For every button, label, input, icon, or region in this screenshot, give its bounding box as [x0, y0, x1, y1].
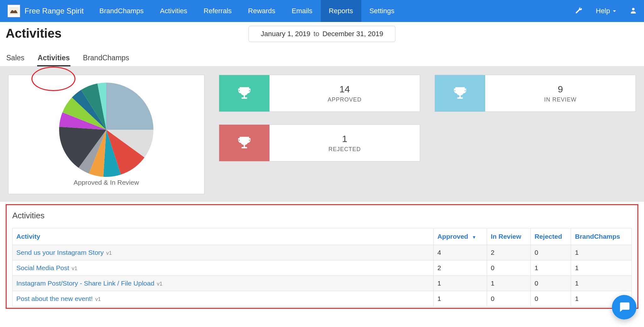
cell: 0	[530, 291, 571, 307]
activities-panel: Activities ActivityApproved ▼In ReviewRe…	[6, 204, 638, 309]
nav-item-emails[interactable]: Emails	[284, 0, 321, 22]
user-icon	[630, 7, 637, 16]
activity-version: v1	[95, 296, 101, 302]
tab-activities[interactable]: Activities	[37, 52, 70, 66]
svg-point-1	[632, 8, 635, 10]
table-row: Send us your Instagram Storyv14201	[13, 245, 632, 260]
tools-button[interactable]	[568, 0, 590, 22]
svg-rect-0	[9, 7, 19, 15]
col-in-review[interactable]: In Review	[487, 228, 530, 245]
brand-name: Free Range Spirit	[25, 7, 84, 15]
cell: 0	[487, 291, 530, 307]
tab-brandchamps[interactable]: BrandChamps	[82, 52, 130, 66]
activity-link[interactable]: Send us your Instagram Story	[16, 249, 104, 256]
tab-sales[interactable]: Sales	[6, 52, 25, 66]
date-to-word: to	[314, 30, 319, 38]
stat-card-in-review[interactable]: 9 IN REVIEW	[435, 75, 636, 112]
activity-version: v1	[157, 281, 163, 287]
table-row: Instagram Post/Story - Share Link / File…	[13, 276, 632, 291]
sub-tabs: SalesActivitiesBrandChamps	[6, 52, 638, 66]
cell: 0	[530, 245, 571, 260]
activity-link[interactable]: Post about the new event!	[16, 295, 93, 302]
cell: 1	[571, 276, 632, 291]
nav-item-reports[interactable]: Reports	[321, 0, 361, 22]
help-menu[interactable]: Help	[590, 0, 623, 22]
col-approved[interactable]: Approved ▼	[433, 228, 487, 245]
help-label: Help	[596, 7, 610, 15]
activities-title: Activities	[12, 211, 632, 221]
stat-label: IN REVIEW	[544, 96, 576, 103]
activity-link[interactable]: Instagram Post/Story - Share Link / File…	[16, 280, 154, 287]
cell: 1	[571, 245, 632, 260]
date-to: December 31, 2019	[322, 30, 383, 38]
stat-card-rejected[interactable]: 1 REJECTED	[219, 124, 420, 161]
chat-icon	[618, 300, 630, 314]
col-activity[interactable]: Activity	[13, 228, 434, 245]
pie-slice[interactable]	[106, 83, 153, 130]
sort-desc-icon: ▼	[472, 235, 476, 240]
pie-chart	[59, 83, 153, 177]
table-header-row: ActivityApproved ▼In ReviewRejectedBrand…	[13, 228, 632, 245]
table-row: Post about the new event!v11001	[13, 291, 632, 307]
nav-item-settings[interactable]: Settings	[361, 0, 403, 22]
cell: 2	[487, 245, 530, 260]
stat-card-approved[interactable]: 14 APPROVED	[219, 75, 420, 112]
table-body: Send us your Instagram Storyv14201Social…	[13, 245, 632, 307]
stat-label: REJECTED	[328, 146, 361, 153]
trophy-icon	[435, 75, 485, 112]
date-range-picker[interactable]: January 1, 2019 to December 31, 2019	[248, 26, 395, 42]
chart-card: Approved & In Review	[8, 75, 204, 194]
cell: 1	[433, 291, 487, 307]
brand-logo-icon	[8, 5, 20, 17]
activity-version: v1	[72, 265, 77, 271]
stat-column-left: 14 APPROVED 1 REJECTED	[219, 75, 420, 161]
cell: 1	[433, 276, 487, 291]
chart-caption: Approved & In Review	[74, 179, 139, 186]
cell: 4	[433, 245, 487, 260]
trophy-icon	[219, 125, 269, 161]
cell: 1	[487, 276, 530, 291]
cell: 1	[571, 260, 632, 276]
nav-item-referrals[interactable]: Referrals	[196, 0, 240, 22]
brand[interactable]: Free Range Spirit	[0, 0, 91, 22]
nav-right: Help	[568, 0, 644, 22]
cell: 0	[487, 260, 530, 276]
date-from: January 1, 2019	[261, 30, 310, 38]
dashboard: Approved & In Review 14 APPROVED 1 REJEC…	[0, 67, 644, 202]
activity-link[interactable]: Social Media Post	[16, 264, 69, 271]
top-nav: Free Range Spirit BrandChampsActivitiesR…	[0, 0, 644, 22]
table-row: Social Media Postv12011	[13, 260, 632, 276]
user-menu[interactable]	[623, 0, 644, 22]
wrench-icon	[575, 7, 583, 16]
col-rejected[interactable]: Rejected	[530, 228, 571, 245]
chat-fab[interactable]	[612, 295, 636, 318]
stat-column-right: 9 IN REVIEW	[435, 75, 636, 112]
activity-version: v1	[106, 250, 112, 256]
activities-table: ActivityApproved ▼In ReviewRejectedBrand…	[12, 228, 632, 307]
nav-item-activities[interactable]: Activities	[152, 0, 196, 22]
col-brandchamps[interactable]: BrandChamps	[571, 228, 632, 245]
stat-label: APPROVED	[328, 96, 362, 103]
chevron-down-icon	[613, 7, 616, 15]
stat-value: 14	[339, 84, 350, 95]
cell: 1	[530, 260, 571, 276]
stat-value: 1	[342, 134, 347, 144]
stat-value: 9	[558, 84, 563, 95]
nav-items: BrandChampsActivitiesReferralsRewardsEma…	[91, 0, 402, 22]
cell: 2	[433, 260, 487, 276]
nav-item-rewards[interactable]: Rewards	[240, 0, 284, 22]
cell: 0	[530, 276, 571, 291]
trophy-icon	[219, 75, 269, 112]
nav-item-brandchamps[interactable]: BrandChamps	[91, 0, 152, 22]
page-header: Activities January 1, 2019 to December 3…	[0, 22, 644, 67]
